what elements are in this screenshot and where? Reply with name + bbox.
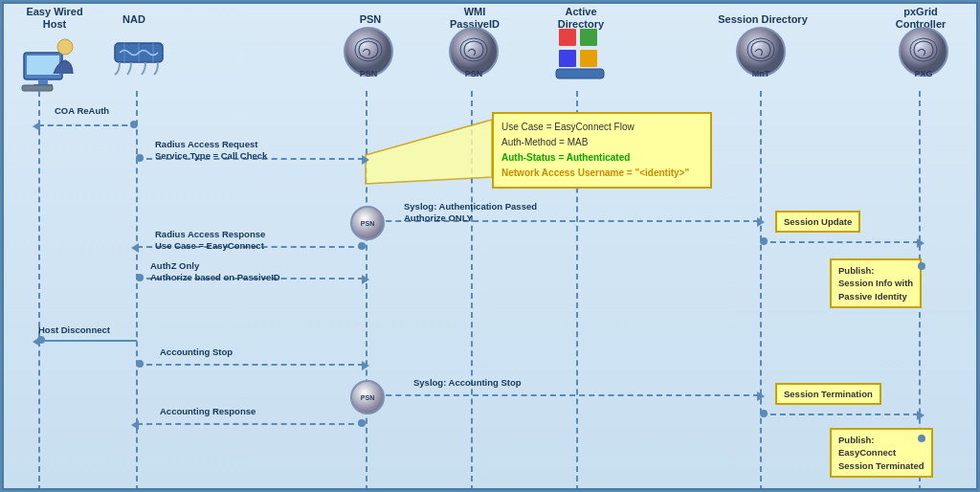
arrow-publish-session-dot bbox=[918, 262, 925, 270]
arrow-accounting-stop-dot bbox=[136, 360, 144, 368]
svg-point-4 bbox=[57, 39, 73, 55]
action-box-publish-easyconnect: Publish:EasyConnectSession Terminated bbox=[830, 428, 933, 478]
lifeline-psn bbox=[366, 91, 368, 491]
session-directory-icon: MnT bbox=[727, 23, 794, 78]
svg-rect-17 bbox=[580, 50, 597, 67]
arrow-host-disconnect bbox=[38, 340, 137, 342]
label-authz-only: AuthZ OnlyAuthorize based on PassiveID bbox=[150, 260, 280, 284]
arrow-session-term-dot bbox=[760, 410, 768, 417]
col-header-nad: NAD bbox=[105, 13, 163, 25]
nad-icon bbox=[105, 29, 172, 78]
svg-rect-18 bbox=[556, 69, 604, 78]
lifeline-session-directory bbox=[760, 91, 762, 491]
label-syslog-accounting: Syslog: Accounting Stop bbox=[413, 377, 522, 388]
psn-mini-syslog: PSN bbox=[350, 206, 385, 240]
svg-text:PSN: PSN bbox=[465, 69, 483, 78]
arrow-coa-reauth bbox=[38, 124, 137, 126]
svg-rect-15 bbox=[580, 29, 597, 46]
label-coa-reauth: COA ReAuth bbox=[55, 105, 109, 116]
lifeline-wmi bbox=[471, 91, 473, 491]
svg-text:MnT: MnT bbox=[752, 69, 770, 78]
arrow-accounting-response-dot bbox=[358, 419, 366, 427]
diagram-container: Easy WiredHost NAD PSN WMIPassiveIDAgent… bbox=[0, 0, 980, 492]
action-box-session-termination: Session Termination bbox=[775, 383, 881, 405]
arrow-radius-response-dot bbox=[358, 242, 366, 250]
svg-text:PSN: PSN bbox=[360, 69, 378, 78]
info-box: Use Case = EasyConnect Flow Auth-Method … bbox=[492, 112, 712, 189]
label-accounting-stop: Accounting Stop bbox=[160, 347, 233, 357]
label-syslog-auth: Syslog: Authentication PassedAuthorize O… bbox=[404, 201, 537, 225]
arrow-accounting-response bbox=[137, 423, 364, 425]
psn-icon: PSN bbox=[335, 23, 402, 78]
info-line-4: Network Access Username = "<identity>" bbox=[501, 166, 702, 181]
lifeline-nad bbox=[136, 91, 138, 491]
action-box-session-update: Session Update bbox=[775, 211, 860, 233]
action-box-publish-session: Publish:Session Info withPassive Identit… bbox=[830, 258, 922, 308]
svg-rect-2 bbox=[38, 79, 48, 84]
info-line-1: Use Case = EasyConnect Flow bbox=[501, 120, 702, 135]
label-host-disconnect: Host Disconnect bbox=[38, 324, 110, 335]
arrow-session-update-dot bbox=[760, 237, 768, 245]
arrow-session-termination-right bbox=[761, 414, 919, 415]
lifeline-easy-wired-host bbox=[38, 91, 40, 491]
arrow-host-disconnect-dot bbox=[37, 336, 45, 344]
arrow-syslog-accounting bbox=[367, 394, 759, 396]
svg-rect-5 bbox=[22, 85, 53, 91]
arrow-coa-reauth-dot bbox=[130, 121, 138, 128]
info-line-2: Auth-Method = MAB bbox=[501, 135, 702, 150]
arrow-publish-easyconnect-dot bbox=[918, 435, 925, 442]
arrow-accounting-stop bbox=[137, 364, 364, 366]
active-directory-icon bbox=[542, 21, 618, 80]
easy-wired-host-icon bbox=[10, 26, 86, 93]
label-radius-request: Radius Access RequestService Type = Call… bbox=[155, 139, 267, 163]
label-accounting-response: Accounting Response bbox=[160, 406, 256, 416]
psn-mini-accounting: PSN bbox=[350, 380, 385, 414]
pxgrid-controller-icon: PXG bbox=[890, 23, 957, 78]
label-radius-response: Radius Access ResponseUse Case = EasyCon… bbox=[155, 229, 265, 253]
svg-marker-23 bbox=[366, 120, 492, 184]
svg-text:PXG: PXG bbox=[914, 69, 932, 78]
arrow-radius-request-dot bbox=[136, 154, 144, 162]
svg-rect-14 bbox=[559, 29, 576, 46]
info-line-3: Auth-Status = Authenticated bbox=[501, 150, 702, 166]
wmi-passiveid-icon: PSN bbox=[440, 23, 507, 78]
svg-rect-16 bbox=[559, 50, 576, 67]
arrow-session-update-right bbox=[761, 241, 919, 243]
arrow-authz-only-dot bbox=[136, 274, 144, 281]
